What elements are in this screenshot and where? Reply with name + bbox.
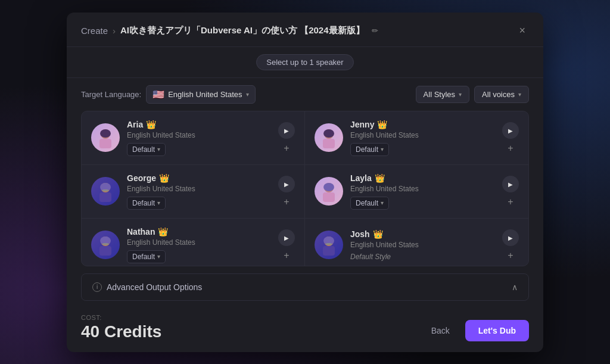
advanced-label: Advanced Output Options [107, 282, 202, 292]
cost-value: 40 Credits [81, 322, 161, 341]
advanced-left: i Advanced Output Options [92, 282, 202, 292]
josh-play-button[interactable]: ▶ [502, 229, 519, 246]
cost-label: COST: [81, 314, 161, 321]
all-styles-button[interactable]: All Styles ▾ [416, 86, 469, 103]
voice-card-aria: Aria 👑 English United States Default ▾ ▶… [82, 111, 305, 165]
svg-rect-7 [99, 192, 111, 202]
george-add-button[interactable]: + [284, 197, 289, 207]
nathan-avatar [91, 231, 120, 259]
jenny-actions: ▶ + [502, 122, 519, 153]
layla-name: Layla [350, 173, 372, 183]
svg-rect-11 [323, 192, 335, 202]
layla-avatar [315, 177, 343, 206]
nathan-lang: English United States [127, 238, 271, 247]
speaker-selection-header: Select up to 1 speaker [67, 47, 543, 78]
layla-actions: ▶ + [502, 176, 519, 207]
speaker-badge: Select up to 1 speaker [256, 54, 353, 70]
chevron-down-icon: ▾ [157, 146, 160, 153]
chevron-down-icon: ▾ [157, 253, 160, 260]
svg-point-12 [323, 183, 334, 191]
jenny-name: Jenny [350, 120, 374, 129]
aria-style-select[interactable]: Default ▾ [127, 143, 166, 156]
aria-avatar [91, 123, 120, 152]
all-styles-label: All Styles [424, 90, 455, 99]
language-value: English United States [168, 90, 242, 99]
jenny-avatar-container [315, 123, 343, 152]
voice-card-jenny: Jenny 👑 English United States Default ▾ … [305, 111, 528, 165]
josh-avatar [315, 231, 343, 259]
advanced-output-section[interactable]: i Advanced Output Options ∧ [81, 273, 529, 301]
language-select[interactable]: 🇺🇸 English United States ▾ [146, 85, 255, 104]
svg-point-2 [100, 129, 111, 138]
nathan-style-select[interactable]: Default ▾ [127, 250, 166, 263]
george-lang: English United States [127, 185, 271, 193]
george-name-row: George 👑 [127, 173, 271, 183]
george-name: George [127, 173, 156, 183]
nathan-actions: ▶ + [278, 229, 295, 260]
jenny-style-select[interactable]: Default ▾ [350, 143, 389, 156]
george-avatar-container [91, 177, 120, 206]
jenny-lang: English United States [350, 131, 495, 139]
aria-play-button[interactable]: ▶ [278, 122, 295, 139]
all-voices-label: All voices [482, 90, 515, 99]
close-button[interactable]: × [515, 23, 529, 38]
target-language-label: Target Language: [81, 90, 141, 99]
voice-card-nathan: Nathan 👑 English United States Default ▾… [82, 219, 305, 266]
chevron-up-icon: ∧ [512, 282, 518, 292]
voice-card-josh: Josh 👑 English United States Default Sty… [305, 219, 528, 266]
layla-style-select[interactable]: Default ▾ [350, 197, 389, 210]
nathan-style-value: Default [132, 253, 155, 261]
aria-actions: ▶ + [278, 122, 295, 153]
george-actions: ▶ + [278, 176, 295, 207]
josh-add-button[interactable]: + [508, 251, 513, 260]
nathan-name: Nathan [127, 227, 155, 237]
josh-avatar-container [315, 231, 343, 259]
nathan-add-button[interactable]: + [284, 251, 289, 260]
layla-play-button[interactable]: ▶ [502, 176, 519, 192]
info-icon: i [92, 282, 102, 292]
lets-dub-button[interactable]: Let's Dub [465, 320, 529, 341]
chevron-down-icon: ▾ [246, 91, 249, 98]
voice-card-george: George 👑 English United States Default ▾… [82, 165, 305, 219]
aria-crown-icon: 👑 [146, 120, 156, 129]
chevron-down-icon: ▾ [381, 200, 384, 206]
george-style-select[interactable]: Default ▾ [127, 197, 166, 210]
modal-header: Create › AI吹き替えアプリ「Dubverse AI」の使い方 【202… [67, 13, 543, 47]
back-button[interactable]: Back [422, 321, 459, 340]
nathan-avatar-container [91, 231, 120, 259]
jenny-name-row: Jenny 👑 [350, 120, 495, 129]
nathan-info: Nathan 👑 English United States Default ▾ [127, 227, 271, 263]
svg-rect-18 [323, 246, 335, 256]
aria-add-button[interactable]: + [284, 144, 289, 153]
flag-icon: 🇺🇸 [152, 89, 164, 100]
aria-lang: English United States [127, 131, 271, 139]
breadcrumb-create: Create [81, 26, 108, 36]
edit-icon[interactable]: ✏ [372, 26, 378, 35]
layla-crown-icon: 👑 [375, 173, 385, 183]
george-style-value: Default [132, 199, 155, 207]
layla-add-button[interactable]: + [508, 197, 513, 207]
layla-info: Layla 👑 English United States Default ▾ [350, 173, 495, 210]
layla-lang: English United States [350, 185, 495, 193]
breadcrumb-title: AI吹き替えアプリ「Dubverse AI」の使い方 【2024最新版】 [120, 25, 365, 36]
chevron-down-icon: ▾ [518, 91, 521, 98]
svg-rect-16 [102, 243, 108, 245]
filter-group: All Styles ▾ All voices ▾ [416, 86, 529, 103]
jenny-avatar [315, 123, 343, 152]
george-crown-icon: 👑 [159, 173, 169, 183]
layla-avatar-container [315, 177, 343, 206]
svg-rect-1 [99, 139, 111, 148]
aria-name-row: Aria 👑 [127, 120, 271, 129]
chevron-down-icon: ▾ [459, 91, 462, 98]
svg-point-5 [323, 129, 334, 138]
nathan-play-button[interactable]: ▶ [278, 229, 295, 246]
george-play-button[interactable]: ▶ [278, 176, 295, 192]
george-avatar [91, 177, 120, 206]
jenny-add-button[interactable]: + [508, 144, 513, 153]
josh-lang: English United States [350, 241, 495, 249]
all-voices-button[interactable]: All voices ▾ [474, 86, 529, 103]
chevron-down-icon: ▾ [381, 146, 384, 153]
aria-avatar-container [91, 123, 120, 152]
jenny-play-button[interactable]: ▶ [502, 122, 519, 139]
josh-actions: ▶ + [502, 229, 519, 260]
